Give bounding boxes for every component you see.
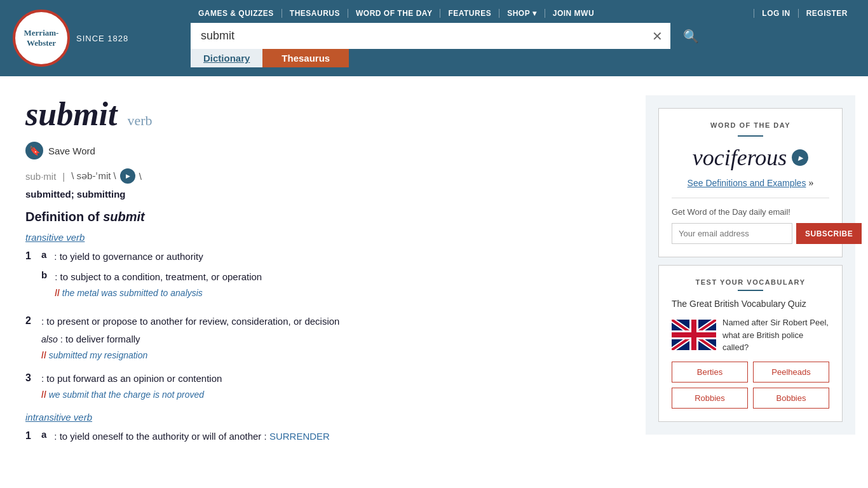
def-1a-text: : to yield to governance or authority <box>54 251 203 262</box>
word-forms: submitted; submitting <box>25 189 614 200</box>
def-content-2: : to present or propose to another for r… <box>41 314 614 362</box>
definition-header: Definition of submit <box>25 210 614 224</box>
definition-3: 3 : to put forward as an opinion or cont… <box>25 371 614 402</box>
word-title: submit <box>25 96 118 132</box>
logo-area: Merriam- Webster SINCE 1828 <box>13 10 191 67</box>
email-input[interactable] <box>672 223 792 244</box>
audio-button[interactable] <box>120 168 135 184</box>
dict-tabs: Dictionary Thesaurus <box>191 49 712 67</box>
clear-search-button[interactable]: ✕ <box>644 23 670 49</box>
nav-games[interactable]: GAMES & QUIZZES <box>191 9 282 18</box>
main-nav: GAMES & QUIZZES THESAURUS WORD OF THE DA… <box>191 9 602 18</box>
vocab-box: TEST YOUR VOCABULARY The Great British V… <box>658 265 843 422</box>
wotd-link-arrow: » <box>808 177 813 188</box>
site-header: Merriam- Webster SINCE 1828 GAMES & QUIZ… <box>0 0 868 76</box>
search-bar: ✕ 🔍 <box>191 23 712 49</box>
login-link[interactable]: LOG IN <box>754 9 797 18</box>
def-letter-a: a <box>41 249 46 260</box>
intrans-def-number-1: 1 <box>25 429 41 442</box>
definition-1: 1 a : to yield to governance or authorit… <box>25 249 614 305</box>
tab-dictionary[interactable]: Dictionary <box>191 49 262 67</box>
vocab-label: TEST YOUR VOCABULARY <box>672 278 829 286</box>
wotd-box: WORD OF THE DAY vociferous See Definitio… <box>646 95 855 435</box>
vocab-quiz-title: The Great British Vocabulary Quiz <box>672 299 829 309</box>
def-1b-text: : to subject to a condition, treatment, … <box>55 271 262 282</box>
nav-join[interactable]: JOIN MWU <box>545 9 602 18</box>
intrans-def-content-1: a : to yield oneself to the authority or… <box>41 429 614 444</box>
def-number-2: 2 <box>25 314 41 327</box>
nav-thesaurus[interactable]: THESAURUS <box>282 9 348 18</box>
search-nav: GAMES & QUIZZES THESAURUS WORD OF THE DA… <box>191 9 855 67</box>
intrans-def-1a-text: : to yield oneself to the authority or w… <box>54 431 269 442</box>
search-icon: 🔍 <box>683 29 699 44</box>
save-word-button[interactable]: 🔖 Save Word <box>25 142 614 159</box>
intrans-definition-1: 1 a : to yield oneself to the authority … <box>25 429 614 449</box>
logo[interactable]: Merriam- Webster <box>13 10 70 67</box>
def-2-example: // submitted my resignation <box>41 349 614 362</box>
subscribe-button[interactable]: SUBSCRIBE <box>796 223 862 244</box>
uk-flag-image <box>672 320 716 350</box>
pron-backslash: \ <box>139 171 142 182</box>
chevron-down-icon: ▾ <box>532 9 537 18</box>
wotd-link-row: See Definitions and Examples » <box>672 177 829 189</box>
also-label: also <box>41 334 58 344</box>
wotd-label: WORD OF THE DAY <box>672 121 829 129</box>
tab-thesaurus[interactable]: Thesaurus <box>262 49 349 67</box>
pron-word: sub·mit <box>25 171 56 182</box>
def-1a-content: : to yield to governance or authority <box>54 249 614 264</box>
def-3-text: : to put forward as an opinion or conten… <box>41 373 222 384</box>
vocab-divider <box>738 290 763 291</box>
wotd-word-row: vociferous <box>672 144 829 171</box>
def-2-text: : to present or propose to another for r… <box>41 316 339 327</box>
right-panel: WORD OF THE DAY vociferous See Definitio… <box>646 89 855 477</box>
quiz-option-1[interactable]: Berties <box>672 362 748 383</box>
def-number-1: 1 <box>25 249 41 262</box>
verb-type-transitive: transitive verb <box>25 232 614 243</box>
since-text: SINCE 1828 <box>76 34 128 43</box>
wotd-email-label: Get Word of the Day daily email! <box>672 207 829 217</box>
def-1b-example: // the metal was submitted to analysis <box>55 287 614 300</box>
left-panel: submit verb 🔖 Save Word sub·mit | \ səb-… <box>13 89 627 477</box>
surrender-link[interactable]: SURRENDER <box>269 431 330 442</box>
vocab-question: Named after Sir Robert Peel, what are Br… <box>722 316 829 354</box>
def-content-1: a : to yield to governance or authority … <box>41 249 614 300</box>
nav-word-of-day[interactable]: WORD OF THE DAY <box>348 9 440 18</box>
wotd-inner: WORD OF THE DAY vociferous See Definitio… <box>658 108 843 257</box>
wotd-divider <box>738 135 763 137</box>
def-content-3: : to put forward as an opinion or conten… <box>41 371 614 402</box>
main-content: submit verb 🔖 Save Word sub·mit | \ səb-… <box>0 76 868 488</box>
part-of-speech: verb <box>128 112 153 128</box>
quiz-option-3[interactable]: Robbies <box>672 388 748 409</box>
top-nav: GAMES & QUIZZES THESAURUS WORD OF THE DA… <box>191 9 855 23</box>
wotd-audio-button[interactable] <box>792 149 808 166</box>
def-number-3: 3 <box>25 371 41 384</box>
right-panel-inner: WORD OF THE DAY vociferous See Definitio… <box>646 89 855 435</box>
def-2-also: also : to deliver formally <box>41 332 614 347</box>
verb-type-intransitive: intransitive verb <box>25 412 614 423</box>
def-3-example: // we submit that the charge is not prov… <box>41 388 614 402</box>
auth-links: LOG IN REGISTER <box>754 9 855 18</box>
quiz-option-4[interactable]: Bobbies <box>753 388 829 409</box>
pron-separator: | <box>62 171 65 182</box>
search-input[interactable] <box>191 23 644 49</box>
vocab-image-row: Named after Sir Robert Peel, what are Br… <box>672 316 829 354</box>
definition-2: 2 : to present or propose to another for… <box>25 314 614 362</box>
def-1b: b : to subject to a condition, treatment… <box>41 269 614 300</box>
wotd-word: vociferous <box>693 144 787 171</box>
pron-ipa: \ səb-ˈmit \ <box>71 170 116 182</box>
email-row: SUBSCRIBE <box>672 223 829 244</box>
wotd-definitions-link[interactable]: See Definitions and Examples <box>688 178 806 188</box>
nav-shop[interactable]: SHOP ▾ <box>499 9 545 18</box>
svg-rect-8 <box>672 332 716 337</box>
def-2-also-text: : to deliver formally <box>60 334 140 344</box>
def-1a: a : to yield to governance or authority <box>41 249 614 264</box>
nav-features[interactable]: FEATURES <box>440 9 499 18</box>
wotd-hr <box>672 198 829 198</box>
word-heading-row: submit verb <box>25 95 614 133</box>
def-letter-b: b <box>41 269 47 280</box>
quiz-option-2[interactable]: Peelheads <box>753 362 829 383</box>
quiz-options: Berties Peelheads Robbies Bobbies <box>672 362 829 409</box>
intrans-def-1a-content: : to yield oneself to the authority or w… <box>54 429 614 444</box>
search-button[interactable]: 🔍 <box>670 23 712 49</box>
register-link[interactable]: REGISTER <box>798 9 855 18</box>
